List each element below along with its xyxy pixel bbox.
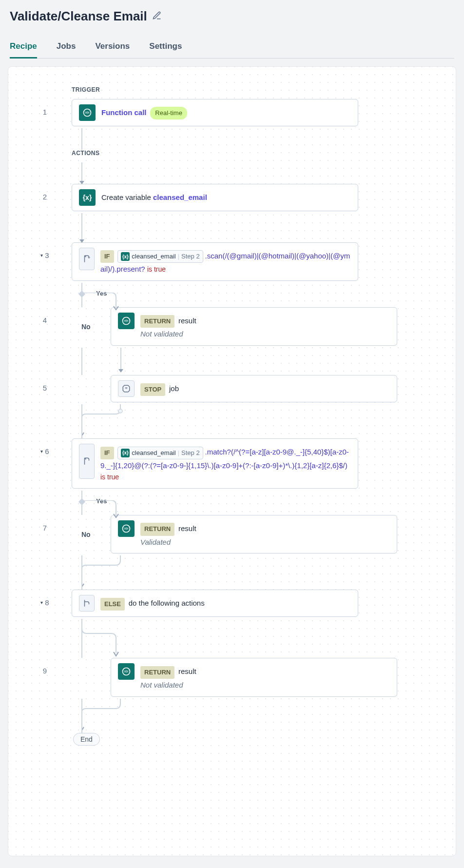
step-if-condition[interactable]: IF {x} cleansed_email|Step 2 .scan(/(@gm… bbox=[72, 242, 358, 281]
else-text: do the following actions bbox=[129, 599, 205, 607]
return-tag: RETURN bbox=[140, 315, 174, 328]
svg-point-4 bbox=[123, 525, 130, 533]
step-text: Create variable bbox=[101, 193, 153, 201]
step-return-result[interactable]: RETURN result Validated bbox=[111, 515, 397, 553]
data-pill: {x} cleansed_email|Step 2 bbox=[117, 250, 203, 263]
collapse-caret-icon[interactable]: ▾ bbox=[40, 253, 43, 258]
step-title: Function call bbox=[101, 108, 147, 117]
else-tag: ELSE bbox=[100, 598, 125, 611]
result-sub: Not validated bbox=[140, 681, 183, 689]
function-icon bbox=[79, 104, 96, 121]
no-label: No bbox=[81, 531, 91, 538]
step-create-variable[interactable]: {x} Create variable cleansed_email bbox=[72, 184, 358, 211]
step-if-condition[interactable]: IF {x} cleansed_email|Step 2 .match?(/^(… bbox=[72, 438, 358, 489]
step-number: ▾8 bbox=[18, 590, 72, 607]
result-sub: Validated bbox=[140, 538, 171, 546]
result-label: result bbox=[178, 524, 196, 533]
tab-versions[interactable]: Versions bbox=[95, 38, 130, 58]
collapse-caret-icon[interactable]: ▾ bbox=[40, 600, 43, 605]
step-else[interactable]: ELSE do the following actions bbox=[72, 590, 358, 617]
svg-point-1 bbox=[123, 317, 130, 325]
step-number: 9 bbox=[18, 658, 72, 675]
step-number: 7 bbox=[18, 515, 72, 532]
step-number: 2 bbox=[18, 184, 72, 201]
end-marker: End bbox=[73, 733, 100, 746]
tab-recipe[interactable]: Recipe bbox=[10, 38, 37, 59]
svg-point-3 bbox=[118, 409, 122, 413]
tab-jobs[interactable]: Jobs bbox=[57, 38, 76, 58]
realtime-badge: Real-time bbox=[150, 107, 187, 119]
variable-pill-icon: {x} bbox=[121, 252, 130, 261]
step-number: 4 bbox=[18, 307, 72, 324]
return-tag: RETURN bbox=[140, 666, 174, 679]
step-trigger-card[interactable]: Function call Real-time bbox=[72, 99, 358, 126]
step-stop-job[interactable]: STOP job bbox=[111, 375, 397, 402]
branch-icon bbox=[79, 595, 95, 612]
tab-settings[interactable]: Settings bbox=[149, 38, 182, 58]
result-label: result bbox=[178, 316, 196, 325]
step-return-result[interactable]: RETURN result Not validated bbox=[111, 307, 397, 346]
stop-tag: STOP bbox=[140, 383, 165, 396]
step-number: ▾6 bbox=[18, 438, 72, 455]
is-true-text: is true bbox=[100, 473, 119, 481]
svg-point-0 bbox=[84, 109, 91, 117]
branch-icon bbox=[79, 444, 95, 479]
step-number: 1 bbox=[18, 99, 72, 116]
function-icon bbox=[118, 520, 135, 537]
stop-icon bbox=[118, 380, 135, 397]
branch-icon bbox=[79, 248, 95, 270]
step-number: ▾3 bbox=[18, 242, 72, 259]
variable-pill-icon: {x} bbox=[121, 449, 130, 457]
no-label: No bbox=[81, 323, 91, 331]
result-sub: Not validated bbox=[140, 330, 183, 338]
svg-point-5 bbox=[123, 668, 130, 675]
recipe-canvas: TRIGGER 1 Function call Real-time ACTION… bbox=[8, 66, 456, 856]
step-return-result[interactable]: RETURN result Not validated bbox=[111, 658, 397, 696]
function-icon bbox=[118, 663, 135, 680]
if-tag: IF bbox=[100, 250, 114, 263]
function-icon bbox=[118, 313, 135, 329]
return-tag: RETURN bbox=[140, 523, 174, 535]
step-number: 5 bbox=[18, 375, 72, 392]
collapse-caret-icon[interactable]: ▾ bbox=[40, 449, 43, 454]
tab-bar: Recipe Jobs Versions Settings bbox=[10, 38, 454, 59]
result-label: result bbox=[178, 667, 196, 675]
edit-icon[interactable] bbox=[152, 11, 162, 22]
section-actions-label: ACTIONS bbox=[72, 150, 446, 157]
variable-name: cleansed_email bbox=[153, 193, 207, 201]
page-title: Validate/Cleanse Email bbox=[10, 9, 147, 24]
section-trigger-label: TRIGGER bbox=[72, 86, 446, 93]
stop-text: job bbox=[169, 384, 179, 393]
if-tag: IF bbox=[100, 447, 114, 459]
is-true-text: is true bbox=[147, 265, 166, 273]
data-pill: {x} cleansed_email|Step 2 bbox=[117, 447, 203, 459]
variable-icon: {x} bbox=[79, 189, 96, 206]
